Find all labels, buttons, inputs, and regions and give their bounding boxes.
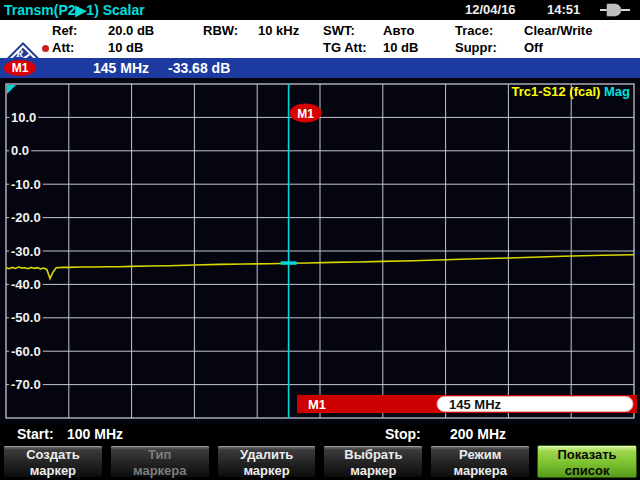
swt-label: SWT: [323,23,355,38]
att-indicator-dot [42,45,49,52]
tg-att-label: TG Att: [323,40,367,55]
suppr-label: Suppr: [455,40,497,55]
start-value: 100 MHz [67,424,123,444]
trace-label: Trc1-S12 (fcal) Mag [512,84,631,99]
y-axis-tick-label: -60.0 [11,344,41,359]
ref-label: Ref: [52,23,77,38]
att-label: Att: [52,40,74,55]
marker-frequency: 145 MHz [93,59,149,77]
marker-readout-name: M1 [308,397,326,412]
trace-value: Clear/Write [524,23,592,38]
marker-level: -33.68 dB [168,59,230,77]
trace-label: Trace: [455,23,493,38]
suppr-value: Off [524,40,543,55]
rbw-value: 10 kHz [258,23,299,38]
y-axis-tick-label: -40.0 [11,277,41,292]
marker-flag-label: M1 [297,107,314,121]
softkey-create-marker[interactable]: Создатьмаркер [3,445,103,478]
marker-readout-frequency: 145 MHz [449,397,502,412]
time-display: 14:51 [547,1,580,19]
ref-value: 20.0 dB [108,23,154,38]
softkey-select-marker[interactable]: Выбратьмаркер [323,445,423,478]
softkey-bar: Создатьмаркер Типмаркера Удалитьмаркер В… [0,444,640,480]
ac-power-icon [600,3,638,17]
start-label: Start: [17,424,54,444]
softkey-marker-mode[interactable]: Режиммаркера [430,445,530,478]
softkey-marker-type[interactable]: Типмаркера [110,445,210,478]
settings-panel: Ref: 20.0 dB Att: 10 dB RBW: 10 kHz SWT:… [0,20,640,58]
y-axis-tick-label: 0.0 [11,143,29,158]
softkey-delete-marker[interactable]: Удалитьмаркер [217,445,317,478]
y-axis-tick-label: -30.0 [11,244,41,259]
y-axis-tick-label: 10.0 [11,110,36,125]
chart-svg[interactable]: 10.00.0-10.0-20.0-30.0-40.0-50.0-60.0-70… [0,78,640,424]
tg-att-value: 10 dB [383,40,418,55]
measurement-title: Transm(P2▶1) Scalar [4,1,145,19]
y-axis-tick-label: -50.0 [11,310,41,325]
y-axis-tick-label: -20.0 [11,210,41,225]
title-bar: Transm(P2▶1) Scalar 12/04/16 14:51 [0,0,640,20]
marker-trace-tick[interactable] [281,261,297,265]
swt-value: Авто [383,23,414,38]
y-axis-tick-label: -10.0 [11,177,41,192]
softkey-show-list[interactable]: Показатьсписок [537,445,637,478]
stop-label: Stop: [385,424,421,444]
trace-display-area[interactable]: 10.00.0-10.0-20.0-30.0-40.0-50.0-60.0-70… [0,78,640,424]
analyzer-screen: Transm(P2▶1) Scalar 12/04/16 14:51 Ref: … [0,0,640,480]
marker-info-bar: M1 145 MHz -33.68 dB [0,58,640,78]
y-axis-tick-label: -70.0 [11,377,41,392]
date-display: 12/04/16 [465,1,516,19]
marker-badge[interactable]: M1 [4,60,36,76]
rbw-label: RBW: [203,23,238,38]
stop-value: 200 MHz [450,424,506,444]
att-value: 10 dB [108,40,143,55]
frequency-range-row: Start: 100 MHz Stop: 200 MHz [0,424,640,444]
